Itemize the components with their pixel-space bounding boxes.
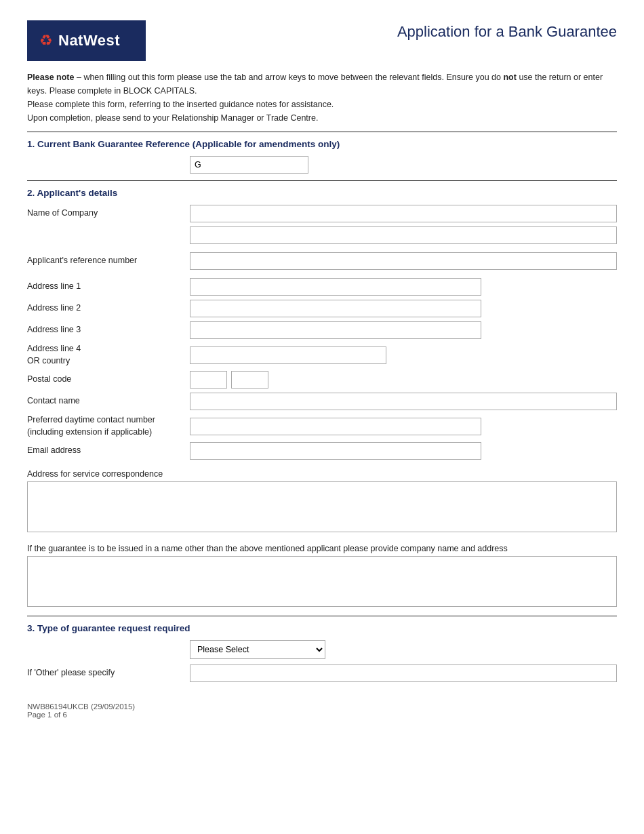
address1-row: Address line 1: [27, 278, 617, 296]
notice-block: Please note – when filling out this form…: [27, 71, 617, 125]
phone-input[interactable]: [190, 418, 481, 435]
correspondence-textarea[interactable]: [27, 481, 617, 532]
applicant-ref-input[interactable]: [190, 252, 617, 270]
address3-label: Address line 3: [27, 324, 190, 336]
section3: 3. Type of guarantee request required Pl…: [27, 623, 617, 682]
section1-title: 1. Current Bank Guarantee Reference (App…: [27, 139, 617, 149]
address2-row: Address line 2: [27, 300, 617, 317]
company-name-label: Name of Company: [27, 207, 190, 220]
divider-top: [27, 132, 617, 132]
notice-bold: Please note: [27, 73, 74, 82]
correspondence-block: Address for service correspondence: [27, 469, 617, 534]
section2: 2. Applicant's details Name of Company A…: [27, 188, 617, 609]
address3-input[interactable]: [190, 321, 481, 339]
postal-input2[interactable]: [231, 371, 268, 389]
company-name-input2[interactable]: [190, 226, 617, 244]
section1-ref-row: [27, 156, 617, 174]
contact-name-row: Contact name: [27, 393, 617, 410]
page-title: Application for a Bank Guarantee: [397, 20, 617, 41]
postal-inputs: [190, 371, 617, 389]
section1-ref-input-col: [190, 156, 617, 174]
address1-label: Address line 1: [27, 281, 190, 293]
applicant-ref-label: Applicant's reference number: [27, 255, 190, 267]
alt-name-label: If the guarantee is to be issued in a na…: [27, 544, 617, 553]
footer: NWB86194UKCB (29/09/2015) Page 1 of 6: [27, 702, 617, 719]
footer-page: Page 1 of 6: [27, 711, 617, 719]
section3-title: 3. Type of guarantee request required: [27, 623, 617, 633]
contact-name-input[interactable]: [190, 393, 617, 410]
guarantee-type-row: Please Select New Guarantee Amendment Ca…: [27, 640, 617, 659]
address4-label: Address line 4: [27, 344, 81, 353]
postal-input1[interactable]: [190, 371, 227, 389]
postal-label: Postal code: [27, 374, 190, 386]
company-name-input[interactable]: [190, 205, 617, 222]
correspondence-label: Address for service correspondence: [27, 469, 617, 479]
email-label: Email address: [27, 445, 190, 457]
postal-row: Postal code: [27, 371, 617, 389]
natwest-icon: ♻: [39, 33, 53, 48]
guarantee-ref-input[interactable]: [190, 156, 308, 174]
logo-text: NatWest: [58, 32, 120, 49]
contact-name-label: Contact name: [27, 395, 190, 408]
other-specify-label: If 'Other' please specify: [27, 667, 190, 679]
address2-label: Address line 2: [27, 302, 190, 315]
divider-section1: [27, 180, 617, 181]
email-input[interactable]: [190, 442, 481, 460]
section2-title: 2. Applicant's details: [27, 188, 617, 198]
address4-input[interactable]: [190, 346, 386, 364]
applicant-ref-row: Applicant's reference number: [27, 252, 617, 270]
company-name-input-col: [190, 205, 617, 222]
notice-line2: Please complete this form, referring to …: [27, 100, 334, 109]
country-label: OR country: [27, 356, 70, 365]
company-name-row: Name of Company: [27, 205, 617, 222]
other-specify-row: If 'Other' please specify: [27, 664, 617, 682]
alt-name-textarea[interactable]: [27, 556, 617, 607]
address4-row: Address line 4 OR country: [27, 343, 617, 367]
email-row: Email address: [27, 442, 617, 460]
company-name-row2: [27, 226, 617, 244]
divider-section2: [27, 616, 617, 616]
section1: 1. Current Bank Guarantee Reference (App…: [27, 139, 617, 174]
logo: ♻ NatWest: [27, 20, 146, 61]
other-specify-input[interactable]: [190, 664, 617, 682]
address2-input[interactable]: [190, 300, 481, 317]
notice-line1: – when filling out this form please use …: [27, 73, 603, 96]
notice-line3: Upon completion, please send to your Rel…: [27, 113, 318, 123]
alt-name-block: If the guarantee is to be issued in a na…: [27, 544, 617, 609]
address1-input[interactable]: [190, 278, 481, 296]
phone-row: Preferred daytime contact number(includi…: [27, 414, 617, 438]
header: ♻ NatWest Application for a Bank Guarant…: [27, 20, 617, 61]
footer-reference: NWB86194UKCB (29/09/2015): [27, 702, 617, 711]
guarantee-type-select[interactable]: Please Select New Guarantee Amendment Ca…: [190, 640, 325, 659]
address3-row: Address line 3: [27, 321, 617, 339]
phone-label: Preferred daytime contact number(includi…: [27, 414, 190, 438]
